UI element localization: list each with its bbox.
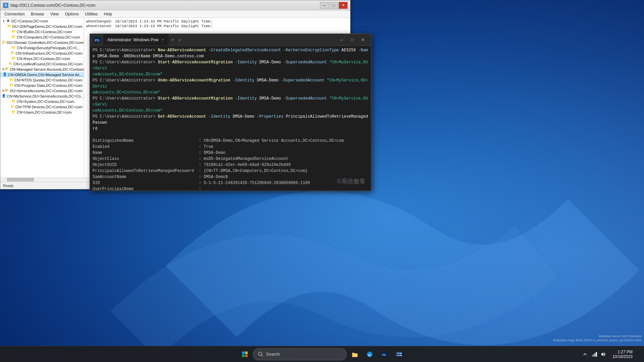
taskbar-file-explorer-button[interactable]	[348, 348, 362, 361]
powershell-window: PS Administrator: Windows Pow ✕ + ∨ ─ □ …	[90, 34, 371, 191]
search-bar[interactable]: Search	[253, 348, 347, 360]
svg-text:PS: PS	[95, 39, 100, 43]
taskbar: Search PS	[0, 346, 644, 362]
ps-line-3: PS C:\Users\Administrator> Undo-ADServic…	[93, 77, 368, 89]
adsi-menu-browse[interactable]: Browse	[28, 11, 47, 17]
adsi-tree-panel[interactable]: ▼🖥DC=Contoso,DC=com 📁OU=32KPageDemo,DC=C…	[0, 18, 84, 189]
tree-item-15[interactable]: 📁CN=System,DC=Contoso,DC=com	[0, 99, 84, 104]
ps-tab-close-button[interactable]: ✕	[161, 38, 165, 42]
ps-line-5b: rd	[93, 126, 368, 132]
ps-window-icon: PS	[93, 35, 102, 45]
svg-rect-5	[245, 354, 248, 357]
taskbar-time: 1:27 PM	[618, 350, 633, 354]
adsi-scrollbar-thumb[interactable]	[7, 178, 34, 181]
tree-item-label-10: CN=DMSA-Demo,CN=Managed Service Ac...	[8, 73, 83, 77]
adsi-minimize-button[interactable]: ─	[320, 2, 329, 9]
ps-terminal-content[interactable]: PS C:\Users\Administrator> New-ADService…	[90, 46, 371, 191]
taskbar-show-desktop[interactable]	[637, 346, 641, 362]
ps-minimize-button[interactable]: ─	[336, 35, 347, 45]
adsi-menu-options[interactable]: Options	[62, 11, 82, 17]
ps-tab-label: Administrator: Windows Pow	[107, 38, 159, 42]
tree-item-13[interactable]: ▼📂OU=ServiceAccounts,DC=Contoso,DC=com	[0, 88, 84, 94]
ps-prop-8: SID : S-1-5-21-248391428-751206849-28300…	[93, 180, 368, 186]
adsi-menu-utilities[interactable]: Utilities	[82, 11, 101, 17]
taskbar-server-manager-button[interactable]	[392, 348, 406, 361]
start-button[interactable]	[238, 348, 252, 361]
search-bar-text: Search	[266, 352, 280, 357]
adsi-detail-row-1: whenChanged: 10/18/2023 1:24:33 PM Pacif…	[86, 19, 349, 24]
adsi-menu-connection[interactable]: Connection	[2, 11, 28, 17]
tree-item-6[interactable]: 📁CN=Infrastructure,DC=Contoso,DC=com	[0, 51, 84, 56]
adsi-title-left: A ldap://DC1.Contoso.com/DC=Contoso,DC=c…	[3, 3, 95, 8]
tree-item-17[interactable]: 📁CN=Users,DC=Contoso,DC=com	[0, 110, 84, 115]
tree-item-label-7: CN=Keys,DC=Contoso,DC=com	[17, 57, 70, 61]
tree-item-0[interactable]: ▼🖥DC=Contoso,DC=com	[0, 18, 84, 24]
tree-item-label-1: OU=32KPageDemo,DC=Contoso,DC=com	[12, 24, 83, 28]
taskbar-network-icon[interactable]	[590, 350, 598, 358]
adsi-menu-help[interactable]: Help	[101, 11, 115, 17]
taskbar-right: 1:27 PM 10/18/2023	[581, 346, 641, 362]
edge-icon	[366, 351, 373, 358]
ps-prop-2: Enabled : True	[93, 144, 368, 150]
adsi-window-icon: A	[3, 3, 8, 8]
ps-prop-7: SamAccountName : DMSA-Demo$	[93, 174, 368, 180]
ps-tab-active[interactable]: Administrator: Windows Pow ✕	[103, 34, 169, 46]
adsi-menu-view[interactable]: View	[48, 11, 62, 17]
adsi-maximize-button[interactable]: □	[329, 2, 338, 9]
ps-tab-more-button[interactable]: ∨	[177, 38, 182, 42]
svg-rect-3	[245, 351, 248, 354]
ps-close-button[interactable]: ✕	[358, 35, 368, 45]
adsi-detail-row-2: whenCreated: 10/18/2023 1:23:13 PM Pacif…	[86, 24, 349, 28]
eval-text-1: Windows Server 2022 Standard	[553, 334, 641, 339]
taskbar-clock[interactable]: 1:27 PM 10/18/2023	[610, 350, 635, 359]
ps-line-2: PS C:\Users\Administrator> Start-ADServi…	[93, 59, 368, 71]
ps-line-5: PS C:\Users\Administrator> Get-ADService…	[93, 114, 368, 126]
tree-item-10[interactable]: 👤CN=DMSA-Demo,CN=Managed Service Ac...	[0, 72, 84, 77]
adsi-close-button[interactable]: ✕	[339, 2, 347, 9]
tree-item-4[interactable]: 📁OU=Domain Controllers,DC=Contoso,DC=com	[0, 40, 84, 45]
tree-item-1[interactable]: 📁OU=32KPageDemo,DC=Contoso,DC=com	[0, 24, 84, 29]
tree-item-9[interactable]: ▼📂CN=Managed Service Accounts,DC=Contoso…	[0, 67, 84, 72]
tree-item-8[interactable]: 📁CN=LostAndFound,DC=Contoso,DC=com	[0, 61, 84, 67]
tree-item-16[interactable]: 📁CN=TPM Devices,DC=Contoso,DC=com	[0, 104, 84, 110]
ps-tab-add-button[interactable]: +	[169, 36, 177, 44]
taskbar-sound-icon[interactable]	[600, 350, 608, 358]
taskbar-left-corner[interactable]	[3, 346, 7, 362]
tree-item-2[interactable]: 📁CN=Builtin,DC=Contoso,DC=com	[0, 29, 84, 35]
tree-item-label-16: CN=TPM Devices,DC=Contoso,DC=com	[15, 105, 83, 109]
tree-item-5[interactable]: 📁CN=ForeignSecurityPrincipals,DC=C...	[0, 45, 84, 51]
taskbar-tray-expand[interactable]	[581, 350, 589, 358]
ps-prop-3: Name : DMSA-Demo	[93, 150, 368, 156]
tree-item-label-17: CN=Users,DC=Contoso,DC=com	[17, 110, 72, 114]
svg-rect-2	[242, 351, 245, 354]
tree-item-12[interactable]: 📁CN=Program Data,DC=Contoso,DC=com	[0, 83, 84, 88]
tree-item-11[interactable]: 📁CN=NTDS Quotas,DC=Contoso,DC=com	[0, 77, 84, 83]
ps-watermark: ©系统极客	[337, 177, 366, 185]
ps-titlebar: PS Administrator: Windows Pow ✕ + ∨ ─ □ …	[90, 34, 371, 46]
taskbar-edge-button[interactable]	[363, 348, 376, 361]
svg-rect-18	[592, 355, 593, 357]
tree-item-3[interactable]: 📁CN=Computers,DC=Contoso,DC=com	[0, 35, 84, 40]
ps-maximize-button[interactable]: □	[347, 35, 358, 45]
tree-item-label-5: CN=ForeignSecurityPrincipals,DC=C...	[17, 46, 80, 50]
ps-line-1: PS C:\Users\Administrator> New-ADService…	[93, 47, 368, 59]
ps-line-4b: ceAccounts,DC=Contoso,DC=com"	[93, 108, 368, 114]
ps-line-4: PS C:\Users\Administrator> Start-ADServi…	[93, 96, 368, 108]
eval-watermark: Windows Server 2022 Standard Evaluation …	[553, 334, 641, 343]
taskbar-terminal-button[interactable]: PS	[378, 348, 391, 361]
tree-item-label-8: CN=LostAndFound,DC=Contoso,DC=com	[13, 62, 83, 66]
adsi-window-title: ldap://DC1.Contoso.com/DC=Contoso,DC=com	[10, 3, 95, 8]
ps-line-empty1	[93, 132, 368, 138]
svg-point-17	[400, 355, 401, 356]
svg-text:PS: PS	[382, 353, 386, 357]
adsi-menubar: Connection Browse View Options Utilities…	[0, 10, 350, 18]
tree-item-7[interactable]: 📁CN=Keys,DC=Contoso,DC=com	[0, 56, 84, 61]
tree-item-label-11: CN=NTDS Quotas,DC=Contoso,DC=com	[14, 78, 83, 82]
search-icon	[258, 352, 263, 357]
tree-item-14[interactable]: 👤CN=MyService,OU=ServiceAccounts,DC=Co..…	[0, 94, 84, 99]
tree-item-label-3: CN=Computers,DC=Contoso,DC=com	[17, 35, 80, 39]
ps-prop-6: PrincipalsAllowedToRetrieveManagedPasswo…	[93, 168, 368, 174]
server-manager-icon	[396, 351, 402, 358]
sound-icon	[601, 352, 606, 357]
taskbar-systray	[581, 350, 608, 358]
